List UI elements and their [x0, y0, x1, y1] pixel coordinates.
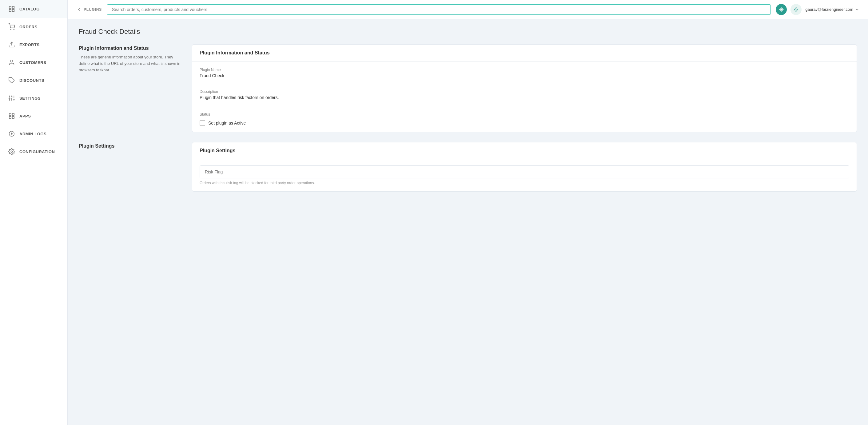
sidebar: CATALOG ORDERS EXPORTS CUSTOMERS DISCOUN… — [0, 0, 68, 425]
svg-point-5 — [13, 29, 14, 30]
plugin-description-value: Plugin that handles risk factors on orde… — [199, 95, 849, 100]
sidebar-label-admin-logs: ADMIN LOGS — [20, 132, 46, 136]
sidebar-label-orders: ORDERS — [20, 25, 37, 29]
svg-point-23 — [11, 133, 12, 135]
plugin-info-card: Plugin Information and Status Plugin Nam… — [192, 44, 857, 132]
sidebar-label-settings: SETTINGS — [20, 96, 40, 101]
sidebar-label-discounts: DISCOUNTS — [20, 78, 44, 83]
cart-icon — [8, 23, 15, 30]
active-checkbox-row: Set plugin as Active — [199, 120, 849, 126]
sidebar-label-apps: APPS — [20, 114, 31, 119]
lightning-icon-btn[interactable] — [790, 4, 802, 15]
svg-rect-3 — [12, 9, 14, 11]
plugin-settings-left: Plugin Settings — [79, 142, 183, 192]
sidebar-item-customers[interactable]: CUSTOMERS — [0, 54, 67, 71]
active-checkbox[interactable] — [199, 120, 205, 126]
svg-rect-20 — [9, 117, 11, 119]
svg-rect-1 — [12, 6, 14, 8]
back-button[interactable]: PLUGINS — [76, 7, 102, 12]
sidebar-item-catalog[interactable]: CATALOG — [0, 0, 67, 18]
active-checkbox-label: Set plugin as Active — [208, 121, 246, 126]
plugin-settings-card: Plugin Settings Orders with this risk ta… — [192, 142, 857, 192]
sidebar-item-settings[interactable]: SETTINGS — [0, 89, 67, 107]
svg-rect-18 — [9, 113, 11, 115]
grid-icon — [8, 5, 15, 12]
risk-flag-hint: Orders with this risk tag will be blocke… — [199, 181, 849, 185]
sliders-icon — [8, 95, 15, 101]
plugin-settings-left-title: Plugin Settings — [79, 143, 183, 149]
plugin-info-left: Plugin Information and Status These are … — [79, 44, 183, 132]
plugin-settings-section: Plugin Settings Plugin Settings Orders w… — [79, 142, 857, 192]
search-input[interactable] — [107, 4, 771, 15]
svg-rect-21 — [12, 117, 14, 119]
sidebar-label-catalog: CATALOG — [20, 7, 40, 11]
sidebar-item-admin-logs[interactable]: ADMIN LOGS — [0, 125, 67, 143]
risk-flag-input[interactable] — [199, 165, 849, 178]
plugin-status-section: Status Set plugin as Active — [192, 106, 857, 132]
plugin-settings-card-title: Plugin Settings — [192, 142, 857, 159]
sidebar-label-customers: CUSTOMERS — [20, 60, 46, 65]
sidebar-label-configuration: CONFIGURATION — [20, 150, 55, 154]
admin-logs-icon — [8, 130, 15, 137]
plugin-settings-card-body: Orders with this risk tag will be blocke… — [192, 159, 857, 191]
svg-point-4 — [10, 29, 11, 30]
chevron-down-icon — [855, 7, 859, 12]
sidebar-label-exports: EXPORTS — [20, 42, 40, 47]
user-icon — [8, 59, 15, 66]
page-title: Fraud Check Details — [79, 28, 857, 36]
user-menu[interactable]: gaurav@farziengineer.com — [805, 7, 859, 12]
arrow-left-icon — [76, 7, 82, 12]
topbar: PLUGINS gaurav@farziengineer.com — [68, 0, 868, 19]
plugin-info-card-title: Plugin Information and Status — [192, 44, 857, 62]
sidebar-item-configuration[interactable]: CONFIGURATION — [0, 143, 67, 161]
plugin-name-label: Plugin Name — [199, 68, 849, 72]
plugin-name-field: Plugin Name Fraud Check — [199, 68, 849, 84]
topbar-right: gaurav@farziengineer.com — [776, 4, 859, 15]
plugin-info-left-desc: These are general information about your… — [79, 54, 183, 73]
sidebar-item-discounts[interactable]: DISCOUNTS — [0, 71, 67, 89]
content: Fraud Check Details Plugin Information a… — [68, 19, 868, 425]
plugin-name-value: Fraud Check — [199, 73, 849, 78]
sidebar-item-apps[interactable]: APPS — [0, 107, 67, 125]
tag-icon — [8, 77, 15, 84]
plugin-info-section: Plugin Information and Status These are … — [79, 44, 857, 132]
svg-point-24 — [11, 151, 12, 153]
snowflake-icon-btn[interactable] — [776, 4, 787, 15]
svg-rect-2 — [9, 9, 11, 11]
plugin-description-field: Description Plugin that handles risk fac… — [199, 90, 849, 100]
gear-icon — [8, 148, 15, 155]
svg-point-7 — [10, 60, 12, 62]
svg-rect-19 — [12, 113, 14, 115]
back-label: PLUGINS — [84, 7, 102, 12]
svg-rect-0 — [9, 6, 11, 8]
sidebar-item-exports[interactable]: EXPORTS — [0, 36, 67, 54]
upload-icon — [8, 41, 15, 48]
apps-icon — [8, 112, 15, 119]
sidebar-item-orders[interactable]: ORDERS — [0, 18, 67, 36]
svg-marker-29 — [794, 7, 799, 12]
main-area: PLUGINS gaurav@farziengineer.com Fraud — [68, 0, 868, 425]
status-label: Status — [199, 112, 849, 117]
user-email: gaurav@farziengineer.com — [805, 7, 853, 12]
plugin-info-left-title: Plugin Information and Status — [79, 45, 183, 51]
plugin-info-card-body: Plugin Name Fraud Check Description Plug… — [192, 62, 857, 106]
plugin-description-label: Description — [199, 90, 849, 94]
